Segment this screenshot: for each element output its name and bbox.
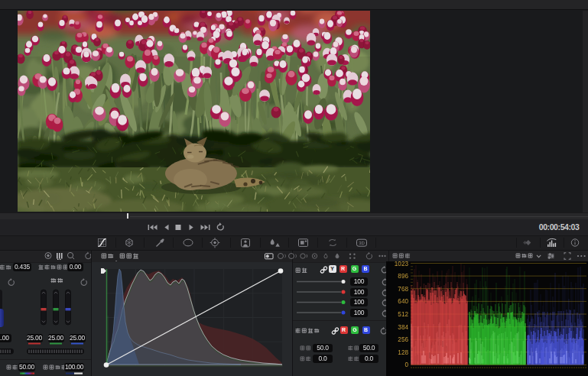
- svg-text:1023: 1023: [395, 261, 409, 267]
- svg-text:0: 0: [404, 361, 408, 368]
- svg-text:512: 512: [398, 311, 408, 318]
- svg-text:3D: 3D: [359, 241, 365, 245]
- svg-text:256: 256: [398, 336, 408, 343]
- svg-text:640: 640: [398, 298, 408, 305]
- svg-text:768: 768: [398, 286, 408, 293]
- svg-text:896: 896: [398, 273, 408, 280]
- svg-text:128: 128: [398, 349, 408, 356]
- svg-text:384: 384: [398, 324, 408, 331]
